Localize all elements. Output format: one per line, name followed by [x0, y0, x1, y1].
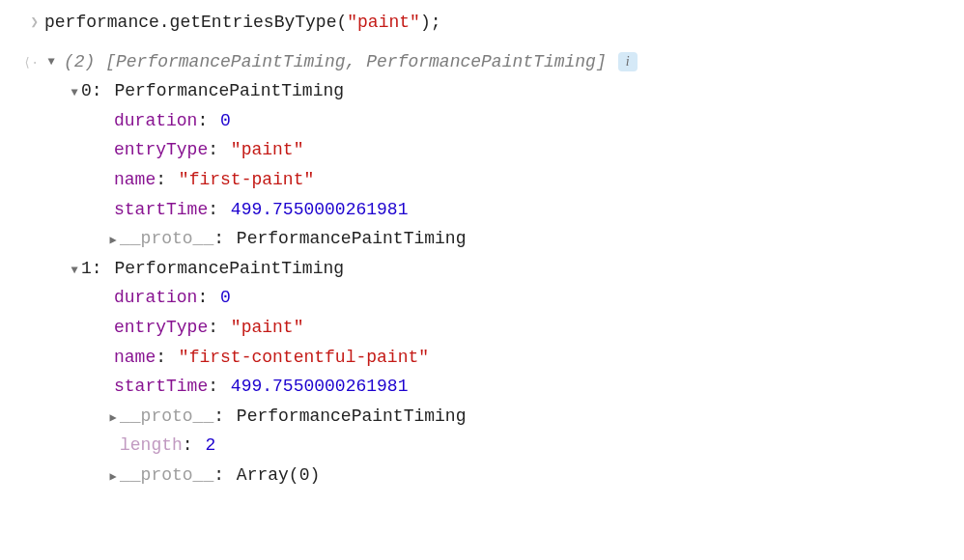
- code-string-arg: "paint": [347, 13, 420, 32]
- result-icon: ⟨·: [23, 47, 39, 74]
- prop-value: 499.7550000261981: [231, 372, 409, 402]
- prop-duration[interactable]: duration: 0: [44, 106, 960, 136]
- length-key: length: [120, 431, 183, 461]
- console-input-row: ❯ performance.getEntriesByType("paint");: [4, 8, 960, 38]
- prop-value: "first-paint": [179, 165, 314, 195]
- chevron-right-icon[interactable]: [106, 467, 120, 487]
- prop-key: entryType: [114, 313, 208, 343]
- code-call: performance.getEntriesByType(: [44, 13, 347, 32]
- chevron-down-icon[interactable]: [44, 52, 58, 71]
- prop-name[interactable]: name: "first-paint": [44, 165, 960, 195]
- proto-value: PerformancePaintTiming: [237, 224, 467, 254]
- console-result: (2) [PerformancePaintTiming, Performance…: [44, 47, 960, 490]
- result-tree: 0: PerformancePaintTiming duration: 0 en…: [44, 76, 960, 490]
- prop-value: 0: [220, 283, 231, 313]
- entry-0-header[interactable]: 0: PerformancePaintTiming: [44, 76, 960, 106]
- prop-length[interactable]: length: 2: [44, 431, 960, 461]
- prop-proto[interactable]: __proto__: PerformancePaintTiming: [44, 402, 960, 432]
- chevron-down-icon[interactable]: [68, 261, 81, 280]
- prop-starttime[interactable]: startTime: 499.7550000261981: [44, 372, 960, 402]
- console-input[interactable]: performance.getEntriesByType("paint");: [44, 8, 960, 38]
- summary-text: (2) [PerformancePaintTiming, Performance…: [64, 47, 607, 77]
- prop-key: startTime: [114, 372, 208, 402]
- result-summary[interactable]: (2) [PerformancePaintTiming, Performance…: [44, 47, 960, 77]
- entry-1-header[interactable]: 1: PerformancePaintTiming: [44, 254, 960, 284]
- length-value: 2: [205, 431, 215, 461]
- prop-value: "paint": [231, 313, 304, 343]
- proto-key: __proto__: [120, 461, 213, 490]
- chevron-right-icon[interactable]: [106, 231, 120, 250]
- entry-index: 1: [81, 254, 92, 284]
- prop-key: name: [114, 165, 156, 195]
- prop-entrytype[interactable]: entryType: "paint": [44, 135, 960, 165]
- prop-key: entryType: [114, 135, 208, 165]
- prop-value: "first-contentful-paint": [179, 343, 429, 373]
- result-gutter: ⟨·: [4, 47, 44, 74]
- prop-proto[interactable]: __proto__: PerformancePaintTiming: [44, 224, 960, 254]
- entry-class: PerformancePaintTiming: [114, 254, 344, 284]
- proto-key: __proto__: [120, 402, 213, 432]
- proto-key: __proto__: [120, 224, 213, 254]
- prop-value: 0: [220, 106, 231, 136]
- info-badge-icon[interactable]: i: [618, 52, 638, 71]
- entry-index: 0: [81, 76, 92, 106]
- prop-value: 499.7550000261981: [231, 195, 409, 225]
- prop-key: duration: [114, 283, 197, 313]
- colon: :: [92, 76, 115, 106]
- prop-name[interactable]: name: "first-contentful-paint": [44, 343, 960, 373]
- prop-key: name: [114, 343, 156, 373]
- prop-duration[interactable]: duration: 0: [44, 283, 960, 313]
- entry-class: PerformancePaintTiming: [114, 76, 344, 106]
- prompt-icon: ❯: [31, 8, 39, 35]
- prop-value: "paint": [231, 135, 304, 165]
- chevron-down-icon[interactable]: [68, 83, 81, 102]
- array-proto[interactable]: __proto__: Array(0): [44, 461, 960, 490]
- input-gutter: ❯: [4, 8, 44, 35]
- prop-key: startTime: [114, 195, 208, 225]
- prop-starttime[interactable]: startTime: 499.7550000261981: [44, 195, 960, 225]
- code-closing: );: [420, 13, 441, 32]
- chevron-right-icon[interactable]: [106, 408, 120, 428]
- console-result-row: ⟨· (2) [PerformancePaintTiming, Performa…: [4, 47, 960, 490]
- prop-entrytype[interactable]: entryType: "paint": [44, 313, 960, 343]
- proto-value: Array(0): [237, 461, 320, 490]
- proto-value: PerformancePaintTiming: [237, 402, 467, 432]
- prop-key: duration: [114, 106, 197, 136]
